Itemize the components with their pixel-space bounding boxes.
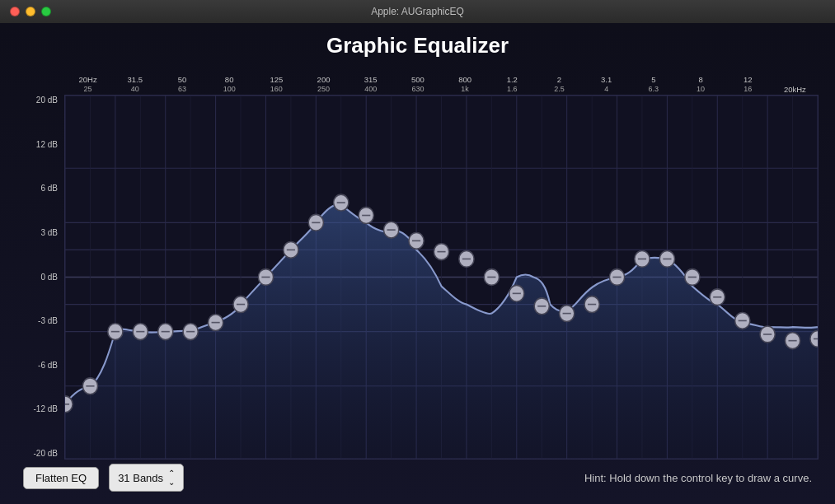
minimize-button[interactable] — [26, 7, 35, 16]
eq-title: Graphic Equalizer — [16, 23, 819, 65]
freq-label: 810 — [677, 75, 724, 95]
chart-area: 20 dB12 dB6 dB3 dB0 dB-3 dB-6 dB-12 dB-2… — [16, 95, 819, 460]
db-label: 3 dB — [16, 229, 58, 237]
freq-label: 31.540 — [111, 75, 158, 95]
freq-label: 125160 — [253, 75, 300, 95]
freq-label: 80100 — [206, 75, 253, 95]
db-label: -3 dB — [16, 317, 58, 325]
main-content: Graphic Equalizer 20Hz2531.5405063801001… — [0, 23, 835, 504]
close-button[interactable] — [10, 7, 20, 16]
freq-label: 56.3 — [630, 75, 677, 95]
db-label: 12 dB — [16, 141, 58, 149]
freq-labels: 20Hz2531.5405063801001251602002503154005… — [16, 65, 819, 95]
freq-label: 22.5 — [536, 75, 583, 95]
freq-label: 500630 — [394, 75, 441, 95]
db-label: 6 dB — [16, 184, 58, 193]
eq-grid[interactable] — [64, 95, 819, 460]
bands-selector-button[interactable]: 31 Bands ⌃⌄ — [109, 464, 184, 492]
bands-chevron-icon: ⌃⌄ — [168, 469, 175, 487]
freq-label: 200250 — [300, 75, 347, 95]
freq-label: 3.14 — [583, 75, 630, 95]
freq-label: 1.21.6 — [489, 75, 536, 95]
db-label: -6 dB — [16, 362, 58, 370]
db-label: -20 dB — [16, 450, 58, 458]
flatten-eq-button[interactable]: Flatten EQ — [23, 467, 99, 489]
title-bar: Apple: AUGraphicEQ — [0, 0, 835, 23]
freq-label: 315400 — [347, 75, 394, 95]
freq-label: 1216 — [725, 75, 772, 95]
bands-label: 31 Bands — [118, 472, 163, 484]
db-label: 20 dB — [16, 96, 58, 105]
freq-label: 8001k — [442, 75, 489, 95]
window-controls — [10, 7, 51, 16]
freq-label: 5063 — [158, 75, 205, 95]
db-label: 0 dB — [16, 273, 58, 282]
bottom-bar: Flatten EQ 31 Bands ⌃⌄ Hint: Hold down t… — [16, 460, 819, 496]
eq-area: 20Hz2531.5405063801001251602002503154005… — [16, 65, 819, 460]
freq-label: 20kHz — [772, 85, 819, 95]
hint-text: Hint: Hold down the control key to draw … — [584, 472, 812, 484]
db-label: -12 dB — [16, 405, 58, 413]
maximize-button[interactable] — [41, 7, 51, 16]
db-labels: 20 dB12 dB6 dB3 dB0 dB-3 dB-6 dB-12 dB-2… — [16, 95, 64, 460]
title-bar-label: Apple: AUGraphicEQ — [371, 6, 464, 17]
freq-label: 20Hz25 — [64, 75, 111, 95]
